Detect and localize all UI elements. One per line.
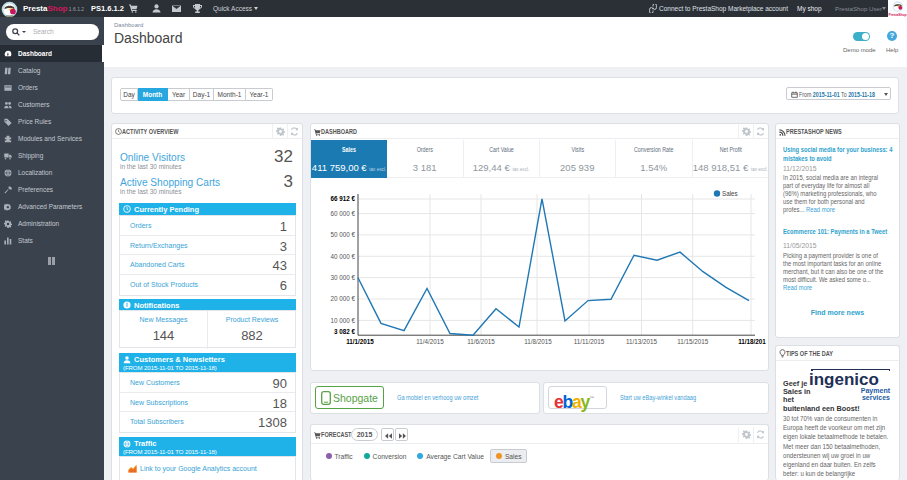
svg-text:66 912 €: 66 912 € bbox=[330, 195, 355, 202]
svg-text:50 000 €: 50 000 € bbox=[330, 231, 355, 238]
svg-text:11/15/2015: 11/15/2015 bbox=[677, 338, 709, 345]
svg-text:60 000 €: 60 000 € bbox=[330, 210, 355, 217]
svg-text:30 000 €: 30 000 € bbox=[330, 274, 355, 281]
svg-text:11/11/2015: 11/11/2015 bbox=[574, 338, 605, 345]
svg-text:Sales: Sales bbox=[722, 190, 738, 197]
svg-text:11/4/2015: 11/4/2015 bbox=[416, 338, 444, 345]
svg-text:11/13/2015: 11/13/2015 bbox=[626, 338, 658, 345]
svg-text:11/18/201: 11/18/201 bbox=[738, 338, 766, 345]
svg-text:11/1/2015: 11/1/2015 bbox=[346, 338, 374, 345]
svg-text:20 000 €: 20 000 € bbox=[330, 295, 355, 302]
svg-text:40 000 €: 40 000 € bbox=[330, 253, 355, 260]
svg-text:10 000 €: 10 000 € bbox=[330, 317, 355, 324]
svg-text:11/8/2015: 11/8/2015 bbox=[524, 338, 552, 345]
svg-text:11/6/2015: 11/6/2015 bbox=[467, 338, 495, 345]
svg-text:3 082 €: 3 082 € bbox=[334, 328, 356, 335]
